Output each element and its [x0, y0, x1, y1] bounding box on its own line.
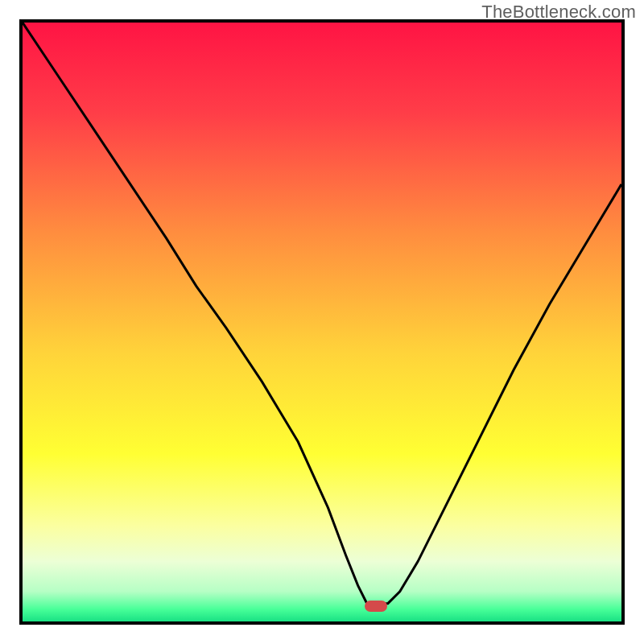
- watermark-text: TheBottleneck.com: [481, 2, 636, 23]
- optimum-marker: [365, 601, 387, 612]
- chart-container: TheBottleneck.com: [0, 0, 644, 644]
- curve-layer: [23, 23, 621, 621]
- plot-frame: [19, 19, 625, 625]
- bottleneck-curve: [23, 23, 621, 604]
